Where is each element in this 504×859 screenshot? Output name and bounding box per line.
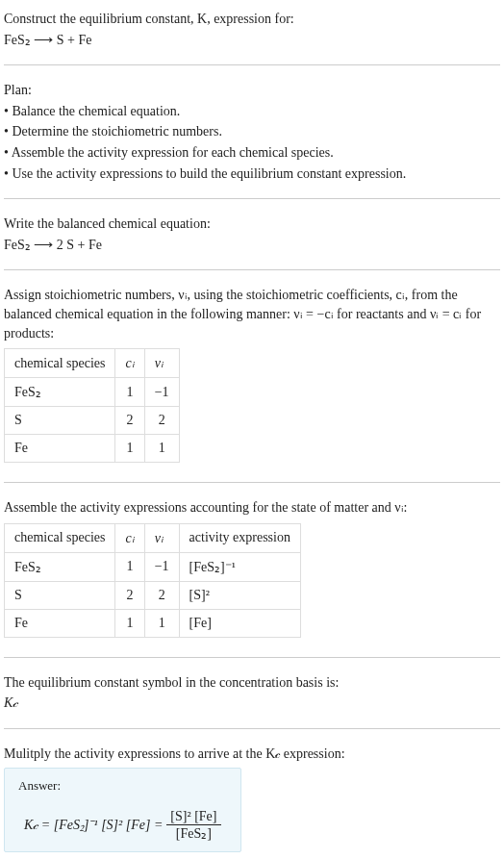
question-line1: Construct the equilibrium constant, K, e…: [4, 10, 500, 29]
cell-species: FeS₂: [5, 552, 115, 581]
table-row: S 2 2 [S]²: [5, 581, 301, 609]
cell-ci: 1: [115, 609, 144, 637]
activity-table: chemical species cᵢ νᵢ activity expressi…: [4, 523, 301, 638]
fraction-numerator: [S]² [Fe]: [166, 809, 220, 825]
cell-expr: [Fe]: [179, 609, 300, 637]
plan-bullet: • Balance the chemical equation.: [4, 102, 500, 121]
symbol-section: The equilibrium constant symbol in the c…: [4, 668, 500, 719]
stoich-section: Assign stoichiometric numbers, νᵢ, using…: [4, 280, 500, 472]
cell-ci: 2: [115, 407, 144, 435]
divider: [4, 728, 500, 729]
balanced-section: Write the balanced chemical equation: Fe…: [4, 209, 500, 260]
divider: [4, 64, 500, 65]
stoich-table: chemical species cᵢ νᵢ FeS₂ 1 −1 S 2 2 F…: [4, 348, 180, 463]
col-species: chemical species: [5, 349, 115, 378]
final-intro: Mulitply the activity expressions to arr…: [4, 745, 500, 764]
col-ci: cᵢ: [115, 523, 144, 552]
answer-equation: K𝒸 = [FeS₂]⁻¹ [S]² [Fe] = [S]² [Fe] [FeS…: [18, 803, 227, 842]
cell-ci: 1: [115, 435, 144, 463]
plan-title: Plan:: [4, 81, 500, 100]
cell-ci: 1: [115, 552, 144, 581]
table-row: Fe 1 1: [5, 435, 180, 463]
cell-expr: [FeS₂]⁻¹: [179, 552, 300, 581]
question-header: Construct the equilibrium constant, K, e…: [4, 4, 500, 55]
question-text: Construct the equilibrium constant, K, e…: [4, 12, 294, 26]
activity-intro: Assemble the activity expressions accoun…: [4, 498, 500, 518]
table-row: Fe 1 1 [Fe]: [5, 609, 301, 637]
cell-species: Fe: [5, 435, 115, 463]
cell-species: FeS₂: [5, 378, 115, 407]
answer-lhs: K𝒸 = [FeS₂]⁻¹ [S]² [Fe] =: [24, 818, 163, 833]
col-species: chemical species: [5, 523, 115, 552]
table-row: S 2 2: [5, 407, 180, 435]
plan-bullet: • Use the activity expressions to build …: [4, 164, 500, 184]
col-vi: νᵢ: [144, 523, 179, 552]
divider: [4, 657, 500, 658]
table-row: FeS₂ 1 −1: [5, 378, 180, 407]
plan-bullet: • Determine the stoichiometric numbers.: [4, 122, 500, 141]
answer-label: Answer:: [18, 778, 227, 794]
cell-vi: 1: [144, 435, 179, 463]
cell-vi: 2: [144, 407, 179, 435]
plan-section: Plan: • Balance the chemical equation. •…: [4, 75, 500, 189]
divider: [4, 482, 500, 483]
answer-fraction: [S]² [Fe] [FeS₂]: [166, 809, 220, 842]
cell-vi: −1: [144, 552, 179, 581]
cell-ci: 1: [115, 378, 144, 407]
unbalanced-equation: FeS₂ ⟶ S + Fe: [4, 31, 500, 50]
col-ci: cᵢ: [115, 349, 144, 378]
table-header-row: chemical species cᵢ νᵢ: [5, 349, 180, 378]
symbol-value: K𝒸: [4, 694, 500, 713]
balanced-equation: FeS₂ ⟶ 2 S + Fe: [4, 236, 500, 255]
balanced-intro: Write the balanced chemical equation:: [4, 215, 500, 234]
cell-vi: 1: [144, 609, 179, 637]
divider: [4, 198, 500, 199]
cell-vi: 2: [144, 581, 179, 609]
activity-section: Assemble the activity expressions accoun…: [4, 493, 500, 647]
symbol-intro: The equilibrium constant symbol in the c…: [4, 673, 500, 693]
cell-vi: −1: [144, 378, 179, 407]
plan-bullet: • Assemble the activity expression for e…: [4, 143, 500, 163]
stoich-intro: Assign stoichiometric numbers, νᵢ, using…: [4, 286, 500, 342]
table-row: FeS₂ 1 −1 [FeS₂]⁻¹: [5, 552, 301, 581]
table-header-row: chemical species cᵢ νᵢ activity expressi…: [5, 523, 301, 552]
cell-species: S: [5, 581, 115, 609]
cell-expr: [S]²: [179, 581, 300, 609]
answer-box: Answer: K𝒸 = [FeS₂]⁻¹ [S]² [Fe] = [S]² […: [4, 768, 241, 852]
fraction-denominator: [FeS₂]: [166, 825, 220, 842]
col-vi: νᵢ: [144, 349, 179, 378]
divider: [4, 269, 500, 270]
cell-ci: 2: [115, 581, 144, 609]
cell-species: Fe: [5, 609, 115, 637]
final-section: Mulitply the activity expressions to arr…: [4, 739, 500, 856]
cell-species: S: [5, 407, 115, 435]
col-expr: activity expression: [179, 523, 300, 552]
